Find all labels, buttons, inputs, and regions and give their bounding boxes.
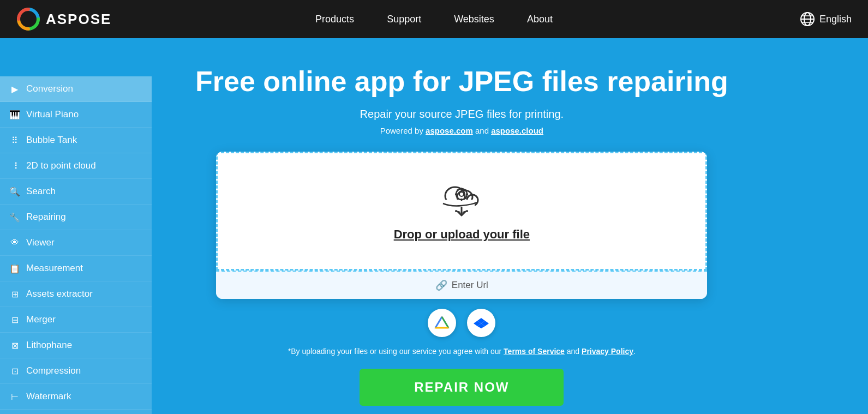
sidebar-item-editor[interactable]: ✏ Editor (0, 410, 152, 414)
sidebar-item-conversion[interactable]: ▶ Conversion (0, 76, 152, 102)
aspose-com-link[interactable]: aspose.com (426, 126, 473, 135)
svg-point-21 (455, 210, 457, 212)
sidebar-item-compression[interactable]: ⊡ Compression (0, 358, 152, 384)
sidebar-item-viewer[interactable]: 👁 Viewer (0, 230, 152, 256)
upload-container: Drop or upload your file 🔗 Enter Url (216, 152, 707, 299)
bubble-tank-icon: ⠿ (9, 134, 21, 146)
sidebar: ▶ Conversion 🎹 Virtual Piano ⠿ Bubble Ta… (0, 76, 152, 414)
sidebar-label-conversion: Conversion (26, 83, 73, 94)
sidebar-label-assets-extractor: Assets extractor (26, 289, 93, 299)
main-content: Free online app for JPEG files repairing… (152, 38, 772, 414)
logo-text: ASPOSE (46, 11, 111, 28)
sidebar-label-lithophane: Lithophane (26, 340, 72, 351)
sidebar-item-assets-extractor[interactable]: ⊞ Assets extractor (0, 281, 152, 307)
sidebar-item-merger[interactable]: ⊟ Merger (0, 307, 152, 333)
sidebar-label-search: Search (26, 186, 56, 197)
language-selector[interactable]: English (800, 11, 852, 27)
conversion-icon: ▶ (9, 83, 21, 95)
nav-websites[interactable]: Websites (454, 14, 494, 25)
url-link-icon: 🔗 (435, 279, 447, 291)
sidebar-label-watermark: Watermark (26, 391, 71, 402)
powered-by: Powered by aspose.com and aspose.cloud (380, 126, 543, 135)
globe-icon (800, 11, 815, 27)
search-icon: 🔍 (9, 185, 21, 197)
sidebar-item-2d-point-cloud[interactable]: ⠸ 2D to point cloud (0, 153, 152, 179)
repairing-icon: 🔧 (9, 211, 21, 223)
sidebar-label-virtual-piano: Virtual Piano (26, 109, 79, 120)
watermark-icon: ⊢ (9, 391, 21, 403)
privacy-policy-link[interactable]: Privacy Policy (582, 347, 633, 356)
merger-icon: ⊟ (9, 314, 21, 326)
compression-icon: ⊡ (9, 365, 21, 377)
terms-text: *By uploading your files or using our se… (288, 347, 636, 356)
sidebar-item-bubble-tank[interactable]: ⠿ Bubble Tank (0, 128, 152, 153)
cloud-buttons (428, 309, 495, 337)
sidebar-label-measurement: Measurement (26, 263, 83, 274)
language-label: English (819, 14, 852, 25)
sidebar-item-virtual-piano[interactable]: 🎹 Virtual Piano (0, 102, 152, 128)
page-subtitle: Repair your source JPEG files for printi… (360, 108, 564, 121)
header-nav: Products Support Websites About (315, 14, 553, 25)
sidebar-item-lithophane[interactable]: ⊠ Lithophane (0, 333, 152, 358)
viewer-icon: 👁 (9, 237, 21, 249)
sidebar-label-merger: Merger (26, 314, 56, 325)
upload-drop-label[interactable]: Drop or upload your file (394, 227, 530, 242)
sidebar-item-search[interactable]: 🔍 Search (0, 179, 152, 205)
svg-point-24 (463, 211, 465, 213)
sidebar-label-compression: Compression (26, 365, 81, 376)
upload-url-bar[interactable]: 🔗 Enter Url (216, 271, 707, 299)
svg-marker-26 (435, 317, 448, 328)
repair-now-button[interactable]: REPAIR NOW (360, 369, 564, 406)
svg-point-22 (458, 211, 460, 213)
nav-about[interactable]: About (527, 14, 553, 25)
measurement-icon: 📋 (9, 262, 21, 274)
terms-prefix: *By uploading your files or using our se… (288, 347, 504, 356)
upload-cloud-icon (440, 181, 483, 219)
sidebar-item-repairing[interactable]: 🔧 Repairing (0, 205, 152, 230)
assets-extractor-icon: ⊞ (9, 288, 21, 300)
svg-point-25 (466, 210, 468, 212)
powered-by-text: Powered by (380, 126, 426, 135)
svg-line-28 (442, 317, 448, 328)
2d-point-cloud-icon: ⠸ (9, 160, 21, 172)
sidebar-item-measurement[interactable]: 📋 Measurement (0, 256, 152, 281)
logo-icon (16, 7, 40, 31)
page-title: Free online app for JPEG files repairing (195, 65, 728, 98)
svg-point-11 (459, 192, 464, 196)
sidebar-label-2d-point-cloud: 2D to point cloud (26, 160, 96, 171)
dropbox-icon (474, 315, 489, 331)
enter-url-label: Enter Url (452, 280, 488, 291)
google-drive-button[interactable] (428, 309, 456, 337)
svg-point-23 (460, 212, 463, 214)
sidebar-label-viewer: Viewer (26, 237, 55, 248)
nav-support[interactable]: Support (387, 14, 421, 25)
page-body: ▶ Conversion 🎹 Virtual Piano ⠿ Bubble Ta… (0, 38, 868, 414)
aspose-cloud-link[interactable]: aspose.cloud (491, 126, 543, 135)
terms-of-service-link[interactable]: Terms of Service (504, 347, 565, 356)
lithophane-icon: ⊠ (9, 339, 21, 351)
google-drive-icon (434, 316, 450, 330)
dropbox-button[interactable] (467, 309, 495, 337)
virtual-piano-icon: 🎹 (9, 109, 21, 121)
upload-drop-area[interactable]: Drop or upload your file (216, 152, 707, 271)
sidebar-label-repairing: Repairing (26, 212, 66, 223)
sidebar-item-watermark[interactable]: ⊢ Watermark (0, 384, 152, 410)
header: ASPOSE Products Support Websites About E… (0, 0, 868, 38)
logo[interactable]: ASPOSE (16, 7, 111, 31)
svg-line-27 (435, 317, 442, 328)
nav-products[interactable]: Products (315, 14, 354, 25)
sidebar-label-bubble-tank: Bubble Tank (26, 135, 77, 146)
